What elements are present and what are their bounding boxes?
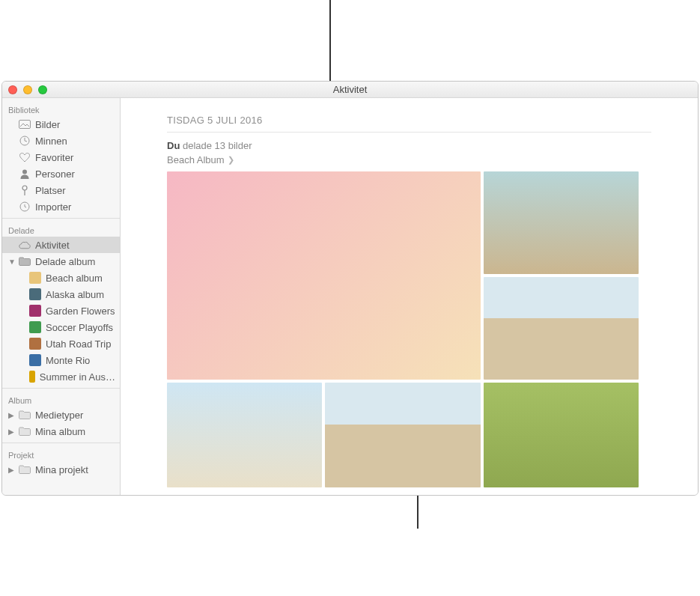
maximize-icon[interactable] <box>38 85 47 94</box>
chevron-down-icon: ▼ <box>8 258 14 266</box>
activity-action: delade 13 bilder <box>183 140 252 151</box>
photo-grid-row <box>167 383 639 487</box>
sidebar-item-label: Medietyper <box>35 410 83 421</box>
sidebar-item-label: Delade album <box>35 256 95 267</box>
sidebar-item-imports[interactable]: Importer <box>2 198 120 215</box>
sidebar: Bibliotek Bilder Minnen <box>2 98 121 495</box>
photos-icon <box>19 118 31 130</box>
album-name: Beach Album <box>167 154 225 165</box>
sidebar-item-label: Importer <box>35 201 71 213</box>
sidebar-item-label: Mina projekt <box>35 464 88 475</box>
callout-line-bottom <box>417 495 419 529</box>
folder-icon <box>19 425 31 437</box>
sidebar-item-label: Bilder <box>35 119 60 130</box>
titlebar: Aktivitet <box>2 82 698 98</box>
activity-date: TISDAG 5 JULI 2016 <box>167 115 651 132</box>
sidebar-item-label: Soccer Playoffs <box>46 322 113 333</box>
album-thumb-icon <box>29 321 41 333</box>
sidebar-item-label: Alaska album <box>46 289 104 300</box>
photo-thumbnail[interactable] <box>325 383 480 487</box>
window-title: Aktivitet <box>333 84 368 95</box>
sidebar-item-shared-albums[interactable]: ▼ Delade album <box>2 253 120 270</box>
sidebar-item-label: Utah Road Trip <box>46 338 111 350</box>
svg-point-2 <box>22 170 27 174</box>
sidebar-section-projects: Projekt <box>2 446 120 461</box>
pin-icon <box>19 184 31 196</box>
sidebar-item-label: Favoriter <box>35 152 73 163</box>
sidebar-album-item[interactable]: Beach album <box>2 270 120 286</box>
activity-author: Du <box>167 140 180 151</box>
album-link[interactable]: Beach Album ❯ <box>167 154 234 171</box>
sidebar-item-label: Monte Rio <box>46 355 90 366</box>
sidebar-item-memories[interactable]: Minnen <box>2 133 120 149</box>
chevron-right-icon: ▶ <box>8 411 14 419</box>
heart-icon <box>19 151 31 163</box>
photo-thumbnail[interactable] <box>167 171 481 380</box>
album-thumb-icon <box>29 305 41 317</box>
clock-icon <box>19 135 31 147</box>
person-icon <box>19 168 31 180</box>
sidebar-album-item[interactable]: Alaska album <box>2 286 120 302</box>
photo-thumbnail[interactable] <box>484 171 639 274</box>
svg-point-3 <box>22 186 27 190</box>
clock-arrow-icon <box>19 201 31 213</box>
chevron-right-icon: ❯ <box>228 155 234 165</box>
cloud-icon <box>19 239 31 251</box>
sidebar-album-item[interactable]: Utah Road Trip <box>2 335 120 352</box>
sidebar-item-label: Aktivitet <box>35 240 70 251</box>
sidebar-item-people[interactable]: Personer <box>2 165 120 182</box>
activity-feed: TISDAG 5 JULI 2016 Du delade 13 bilder B… <box>121 98 698 495</box>
sidebar-section-shared: Delade <box>2 222 120 237</box>
chevron-right-icon: ▶ <box>8 428 14 436</box>
sidebar-section-albums: Album <box>2 392 120 407</box>
album-thumb-icon <box>29 288 41 300</box>
folder-icon <box>19 255 31 267</box>
photo-thumbnail[interactable] <box>484 277 639 380</box>
folder-icon <box>19 463 31 475</box>
photo-grid <box>167 171 639 380</box>
sidebar-item-label: Garden Flowers <box>46 305 115 317</box>
sidebar-item-label: Mina album <box>35 426 85 437</box>
sidebar-item-favorites[interactable]: Favoriter <box>2 149 120 165</box>
sidebar-section-library: Bibliotek <box>2 101 120 116</box>
sidebar-album-item[interactable]: Summer in Aus… <box>2 368 120 385</box>
sidebar-item-label: Minnen <box>35 136 67 147</box>
chevron-right-icon: ▶ <box>8 466 14 474</box>
album-thumb-icon <box>29 371 35 383</box>
sidebar-album-item[interactable]: Garden Flowers <box>2 302 120 319</box>
sidebar-album-item[interactable]: Soccer Playoffs <box>2 319 120 335</box>
sidebar-item-label: Personer <box>35 168 75 180</box>
photo-thumbnail[interactable] <box>167 383 322 487</box>
app-window: Aktivitet Bibliotek Bilder Minnen <box>1 81 699 496</box>
divider <box>167 132 651 133</box>
sidebar-item-label: Beach album <box>46 273 103 284</box>
album-thumb-icon <box>29 354 41 366</box>
folder-icon <box>19 409 31 421</box>
sidebar-item-myprojects[interactable]: ▶ Mina projekt <box>2 461 120 478</box>
minimize-icon[interactable] <box>23 85 32 94</box>
svg-rect-0 <box>19 121 31 129</box>
sidebar-item-places[interactable]: Platser <box>2 182 120 198</box>
sidebar-item-myalbums[interactable]: ▶ Mina album <box>2 423 120 440</box>
sidebar-item-photos[interactable]: Bilder <box>2 116 120 133</box>
activity-summary: Du delade 13 bilder <box>167 140 651 153</box>
sidebar-item-activity[interactable]: Aktivitet <box>2 237 120 253</box>
close-icon[interactable] <box>8 85 17 94</box>
sidebar-item-label: Platser <box>35 185 65 196</box>
album-thumb-icon <box>29 338 41 350</box>
sidebar-item-mediatypes[interactable]: ▶ Medietyper <box>2 407 120 423</box>
photo-thumbnail[interactable] <box>484 383 639 487</box>
sidebar-album-item[interactable]: Monte Rio <box>2 352 120 368</box>
callout-line-top <box>329 0 331 82</box>
album-thumb-icon <box>29 272 41 284</box>
sidebar-item-label: Summer in Aus… <box>40 371 115 383</box>
